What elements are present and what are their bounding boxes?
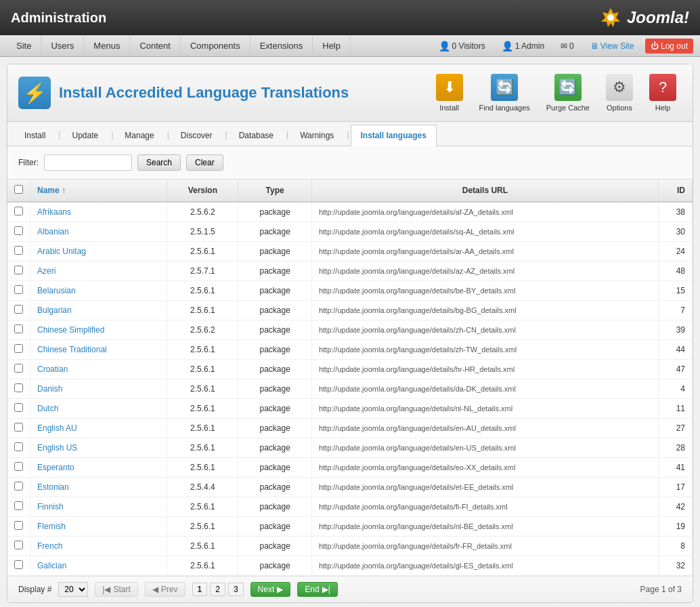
tab-update[interactable]: Update (62, 125, 108, 146)
row-checkbox-2[interactable] (14, 246, 23, 255)
row-name-2[interactable]: Arabic Unitag (30, 242, 167, 261)
row-checkbox-0[interactable] (14, 207, 23, 215)
row-checkbox-5[interactable] (14, 305, 23, 314)
options-button[interactable]: ⚙ Options (600, 71, 638, 114)
th-id[interactable]: ID (659, 180, 693, 202)
row-name-5[interactable]: Bulgarian (30, 301, 167, 320)
th-version[interactable]: Version (167, 180, 238, 202)
row-checkbox-4[interactable] (14, 285, 23, 294)
row-name-14[interactable]: Estonian (30, 478, 167, 497)
tab-manage[interactable]: Manage (114, 125, 164, 146)
help-button[interactable]: ? Help (644, 71, 682, 114)
row-name-15[interactable]: Finnish (30, 497, 167, 517)
nav-item-menus[interactable]: Menus (84, 35, 130, 56)
nav-item-help[interactable]: Help (313, 35, 351, 56)
row-name-13[interactable]: Esperanto (30, 458, 167, 478)
row-version-8: 2.5.6.1 (167, 360, 238, 379)
row-name-8[interactable]: Croatian (30, 360, 167, 379)
prev-icon: ◀ (152, 585, 158, 594)
row-name-1[interactable]: Albanian (30, 222, 167, 242)
th-name[interactable]: Name ↑ (30, 180, 167, 202)
table-row: Finnish 2.5.6.1 package http://update.jo… (7, 497, 693, 517)
find-languages-button[interactable]: 🔄 Find languages (474, 71, 535, 114)
row-id-0: 38 (659, 202, 693, 222)
purge-cache-button[interactable]: 🔄 Purge Cache (541, 71, 595, 114)
page-2[interactable]: 2 (210, 583, 225, 596)
row-name-7[interactable]: Chinese Traditional (30, 340, 167, 360)
row-checkbox-14[interactable] (14, 482, 23, 490)
row-url-0: http://update.joomla.org/language/detail… (311, 202, 658, 222)
row-checkbox-18[interactable] (14, 560, 23, 569)
row-checkbox-10[interactable] (14, 403, 23, 412)
row-name-16[interactable]: Flemish (30, 517, 167, 537)
row-url-8: http://update.joomla.org/language/detail… (311, 360, 658, 379)
row-checkbox-12[interactable] (14, 442, 23, 451)
row-checkbox-8[interactable] (14, 364, 23, 373)
search-button[interactable]: Search (137, 154, 181, 171)
row-checkbox-6[interactable] (14, 325, 23, 333)
row-checkbox-9[interactable] (14, 383, 23, 392)
row-url-1: http://update.joomla.org/language/detail… (311, 222, 658, 242)
row-type-11: package (238, 419, 311, 438)
row-checkbox-7[interactable] (14, 344, 23, 353)
row-checkbox-cell (7, 242, 30, 261)
display-count-select[interactable]: 20 (58, 582, 88, 597)
row-checkbox-cell (7, 438, 30, 458)
row-checkbox-16[interactable] (14, 521, 23, 530)
nav-item-content[interactable]: Content (130, 35, 181, 56)
row-checkbox-17[interactable] (14, 541, 23, 549)
install-button[interactable]: ⬇ Install (431, 71, 468, 114)
tab-install[interactable]: Install (14, 125, 56, 146)
row-checkbox-1[interactable] (14, 226, 23, 235)
row-name-9[interactable]: Danish (30, 379, 167, 399)
logout-button[interactable]: ⏻ Log out (645, 39, 693, 54)
row-name-0[interactable]: Afrikaans (30, 202, 167, 222)
table-row: Galician 2.5.6.1 package http://update.j… (7, 556, 693, 576)
row-checkbox-13[interactable] (14, 462, 23, 471)
filter-input[interactable] (44, 154, 132, 171)
row-checkbox-cell (7, 202, 30, 222)
row-name-4[interactable]: Belarusian (30, 281, 167, 301)
row-id-12: 28 (659, 438, 693, 458)
row-checkbox-11[interactable] (14, 423, 23, 432)
top-nav: Site Users Menus Content Components Exte… (0, 35, 700, 57)
tab-install-languages[interactable]: Install languages (351, 125, 437, 146)
row-checkbox-3[interactable] (14, 266, 23, 274)
row-checkbox-15[interactable] (14, 501, 23, 510)
view-site-link[interactable]: 🖥 View Site (585, 39, 640, 54)
end-button[interactable]: End ▶| (297, 582, 337, 597)
start-button[interactable]: |◀ Start (95, 582, 137, 597)
row-id-10: 11 (659, 399, 693, 419)
prev-button[interactable]: ◀ Prev (145, 582, 185, 597)
row-name-6[interactable]: Chinese Simplified (30, 320, 167, 340)
page-1[interactable]: 1 (192, 583, 208, 596)
row-name-3[interactable]: Azeri (30, 261, 167, 281)
row-checkbox-cell (7, 281, 30, 301)
page-3[interactable]: 3 (228, 583, 244, 596)
nav-item-site[interactable]: Site (7, 35, 41, 56)
row-name-17[interactable]: French (30, 537, 167, 556)
row-id-14: 17 (659, 478, 693, 497)
nav-item-users[interactable]: Users (41, 35, 84, 56)
row-checkbox-cell (7, 379, 30, 399)
admin-icon: 👤 (502, 41, 513, 51)
th-details-url[interactable]: Details URL (311, 180, 658, 202)
select-all-checkbox[interactable] (14, 185, 23, 194)
row-name-10[interactable]: Dutch (30, 399, 167, 419)
row-name-12[interactable]: English US (30, 438, 167, 458)
next-button[interactable]: Next ▶ (250, 582, 291, 597)
tab-database[interactable]: Database (229, 125, 284, 146)
filter-area: Filter: Search Clear (7, 146, 693, 180)
th-type[interactable]: Type (238, 180, 311, 202)
row-name-11[interactable]: English AU (30, 419, 167, 438)
nav-item-extensions[interactable]: Extensions (250, 35, 313, 56)
purge-icon: 🔄 (554, 74, 582, 101)
row-checkbox-cell (7, 537, 30, 556)
top-nav-left: Site Users Menus Content Components Exte… (7, 35, 351, 56)
row-name-18[interactable]: Galician (30, 556, 167, 576)
tab-discover[interactable]: Discover (171, 125, 223, 146)
row-url-14: http://update.joomla.org/language/detail… (311, 478, 658, 497)
clear-button[interactable]: Clear (186, 154, 223, 171)
nav-item-components[interactable]: Components (181, 35, 250, 56)
tab-warnings[interactable]: Warnings (290, 125, 344, 146)
